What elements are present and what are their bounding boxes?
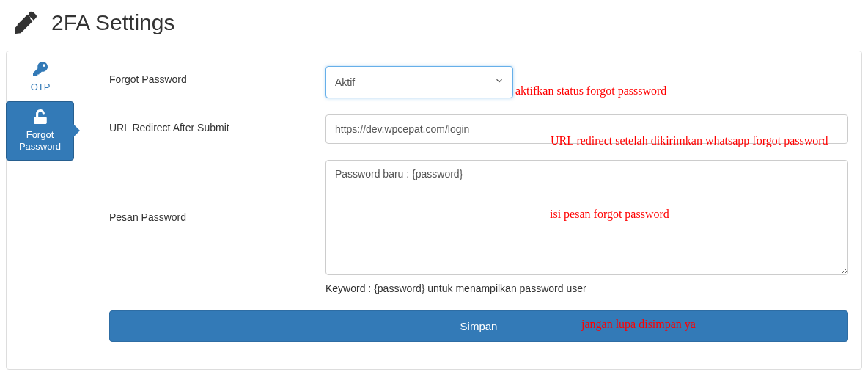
tab-otp[interactable]: OTP xyxy=(7,54,74,101)
tab-otp-label: OTP xyxy=(31,81,51,93)
label-forgot-password: Forgot Password xyxy=(109,66,326,85)
page-title: 2FA Settings xyxy=(0,0,868,51)
label-url-redirect: URL Redirect After Submit xyxy=(109,114,326,134)
tabs-nav: OTP Forgot Password xyxy=(7,51,74,369)
row-pesan-password: Pesan Password Keyword : {password} untu… xyxy=(109,160,848,294)
row-forgot-status: Forgot Password Aktif xyxy=(109,66,848,98)
label-pesan-password: Pesan Password xyxy=(109,160,326,223)
save-button[interactable]: Simpan xyxy=(109,310,848,342)
key-icon xyxy=(33,62,48,79)
annotation-status: aktifkan status forgot passsword xyxy=(515,84,666,98)
help-keyword: Keyword : {password} untuk menampilkan p… xyxy=(326,282,848,294)
tab-forgot-password[interactable]: Forgot Password xyxy=(6,101,74,161)
settings-panel: OTP Forgot Password Forgot Password Akti… xyxy=(6,51,862,370)
annotation-pesan: isi pesan forgot password xyxy=(550,208,669,221)
annotation-save: jangan lupa disimpan ya xyxy=(581,318,696,331)
unlock-icon xyxy=(33,109,48,127)
page-title-text: 2FA Settings xyxy=(22,10,174,35)
form-content: Forgot Password Aktif URL Redirect After… xyxy=(74,51,861,369)
select-forgot-status[interactable]: Aktif xyxy=(326,66,513,98)
annotation-redirect: URL redirect setelah dikirimkan whatsapp… xyxy=(551,134,828,147)
tab-forgot-label: Forgot Password xyxy=(11,129,69,153)
